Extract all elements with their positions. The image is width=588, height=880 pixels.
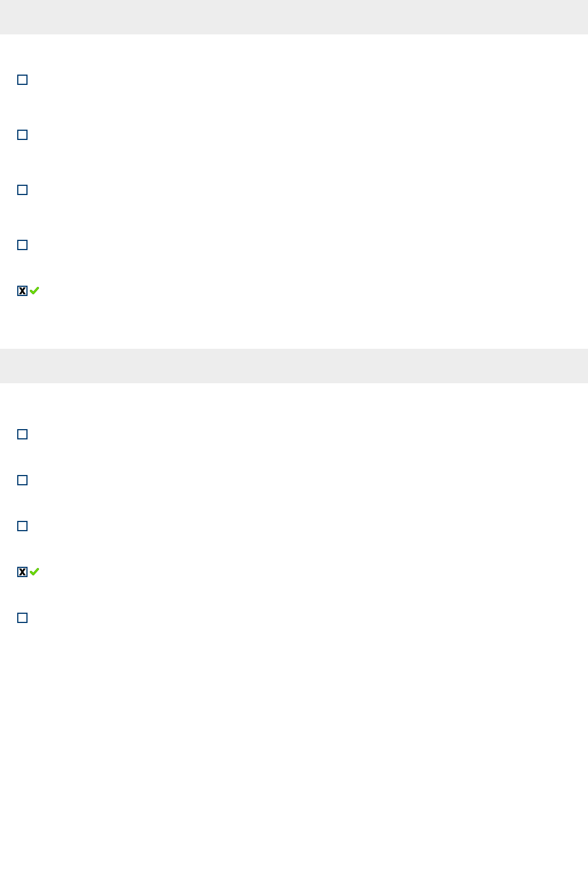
option-row[interactable]: [17, 286, 571, 296]
option-row[interactable]: [17, 130, 571, 140]
option-row[interactable]: [17, 75, 571, 85]
checkbox-icon[interactable]: [17, 130, 28, 140]
option-row[interactable]: [17, 429, 571, 439]
checkbox-icon[interactable]: [17, 475, 28, 485]
question-block-2: [0, 383, 588, 676]
correct-tick-icon: [30, 567, 39, 577]
section-header-q2: [0, 349, 588, 383]
checkbox-icon[interactable]: [17, 75, 28, 85]
question-block-1: [0, 34, 588, 349]
checkbox-icon[interactable]: [17, 185, 28, 195]
option-row[interactable]: [17, 521, 571, 531]
option-row[interactable]: [17, 567, 571, 577]
checkbox-icon[interactable]: [17, 240, 28, 250]
checkbox-icon[interactable]: [17, 613, 28, 623]
checkbox-checked-icon[interactable]: [17, 567, 28, 577]
option-row[interactable]: [17, 475, 571, 485]
checkbox-icon[interactable]: [17, 521, 28, 531]
section-header-q1: [0, 0, 588, 34]
option-row[interactable]: [17, 185, 571, 195]
option-row[interactable]: [17, 613, 571, 623]
checkbox-checked-icon[interactable]: [17, 286, 28, 296]
option-list-q1: [17, 75, 571, 332]
checkbox-icon[interactable]: [17, 429, 28, 439]
correct-tick-icon: [30, 286, 39, 295]
option-list-q2: [17, 429, 571, 659]
option-row[interactable]: [17, 240, 571, 250]
